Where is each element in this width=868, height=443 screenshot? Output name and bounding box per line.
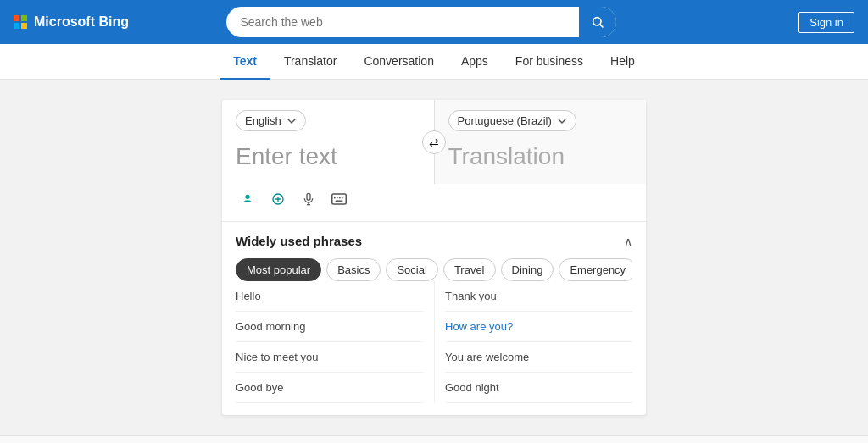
- nav-item-conversation[interactable]: Conversation: [350, 44, 448, 80]
- phrase-item[interactable]: How are you?: [445, 312, 632, 342]
- search-input[interactable]: [226, 7, 616, 37]
- microsoft-logo-icon: [14, 15, 27, 29]
- chevron-down-icon: [557, 116, 567, 126]
- main-nav: Text Translator Conversation Apps For bu…: [0, 44, 868, 80]
- target-panel: Portuguese (Brazil) Translation: [435, 100, 647, 184]
- main-content: English Enter text ⇄ Portuguese (Brazil)…: [0, 80, 868, 435]
- nav-item-apps[interactable]: Apps: [448, 44, 502, 80]
- swap-icon: ⇄: [429, 136, 439, 149]
- pin-icon[interactable]: [236, 187, 259, 211]
- copy-icon[interactable]: [266, 187, 290, 211]
- tab-travel[interactable]: Travel: [443, 258, 496, 281]
- microphone-icon[interactable]: [297, 187, 320, 211]
- phrase-list: Hello Good morning Nice to meet you Good…: [236, 281, 632, 403]
- tab-most-popular[interactable]: Most popular: [236, 258, 321, 281]
- footer: Privacy and Cookies Legal Advertise Help…: [0, 435, 868, 443]
- target-language-selector[interactable]: Portuguese (Brazil): [448, 110, 576, 131]
- phrase-item[interactable]: You are welcome: [445, 342, 632, 373]
- nav-item-translator[interactable]: Translator: [270, 44, 351, 80]
- tab-social[interactable]: Social: [386, 258, 437, 281]
- phrases-title: Widely used phrases: [236, 234, 362, 248]
- svg-line-1: [601, 25, 604, 27]
- phrase-item[interactable]: Good morning: [236, 312, 424, 342]
- sign-in-button[interactable]: Sign in: [798, 12, 854, 33]
- enter-text-placeholder[interactable]: Enter text: [236, 143, 420, 170]
- toolbar-row: [222, 184, 646, 222]
- svg-rect-4: [307, 193, 310, 200]
- phrases-header: Widely used phrases ∧: [236, 234, 632, 248]
- tab-basics[interactable]: Basics: [326, 258, 381, 281]
- nav-item-text[interactable]: Text: [220, 44, 270, 80]
- source-panel: English Enter text: [222, 100, 435, 184]
- translation-placeholder: Translation: [448, 143, 633, 170]
- tab-emergency[interactable]: Emergency: [559, 258, 632, 281]
- phrase-item[interactable]: Hello: [236, 281, 424, 312]
- translator-panels: English Enter text ⇄ Portuguese (Brazil)…: [222, 100, 646, 184]
- phrase-item[interactable]: Good night: [445, 373, 632, 403]
- search-icon: [591, 15, 604, 29]
- swap-languages-button[interactable]: ⇄: [422, 130, 446, 154]
- keyboard-icon[interactable]: [327, 187, 351, 211]
- phrase-item[interactable]: Nice to meet you: [236, 342, 424, 373]
- phrase-col-right: Thank you How are you? You are welcome G…: [434, 281, 632, 403]
- phrases-section: Widely used phrases ∧ Most popular Basic…: [222, 222, 646, 415]
- search-bar: [226, 7, 616, 37]
- chevron-down-icon: [287, 116, 297, 126]
- tab-dining[interactable]: Dining: [501, 258, 554, 281]
- nav-item-help[interactable]: Help: [597, 44, 648, 80]
- header: Microsoft Bing Sign in: [0, 0, 868, 44]
- phrase-tabs: Most popular Basics Social Travel Dining…: [236, 258, 632, 281]
- phrase-col-left: Hello Good morning Nice to meet you Good…: [236, 281, 434, 403]
- logo-text: Microsoft Bing: [34, 14, 129, 30]
- svg-rect-7: [332, 194, 347, 204]
- svg-point-2: [245, 195, 249, 199]
- source-language-selector[interactable]: English: [236, 110, 306, 131]
- phrase-item[interactable]: Good bye: [236, 373, 424, 403]
- nav-item-for-business[interactable]: For business: [502, 44, 597, 80]
- phrase-item[interactable]: Thank you: [445, 281, 632, 312]
- search-button[interactable]: [579, 7, 616, 37]
- collapse-phrases-button[interactable]: ∧: [624, 235, 632, 248]
- translator-card: English Enter text ⇄ Portuguese (Brazil)…: [222, 100, 646, 415]
- logo-area: Microsoft Bing: [14, 14, 129, 30]
